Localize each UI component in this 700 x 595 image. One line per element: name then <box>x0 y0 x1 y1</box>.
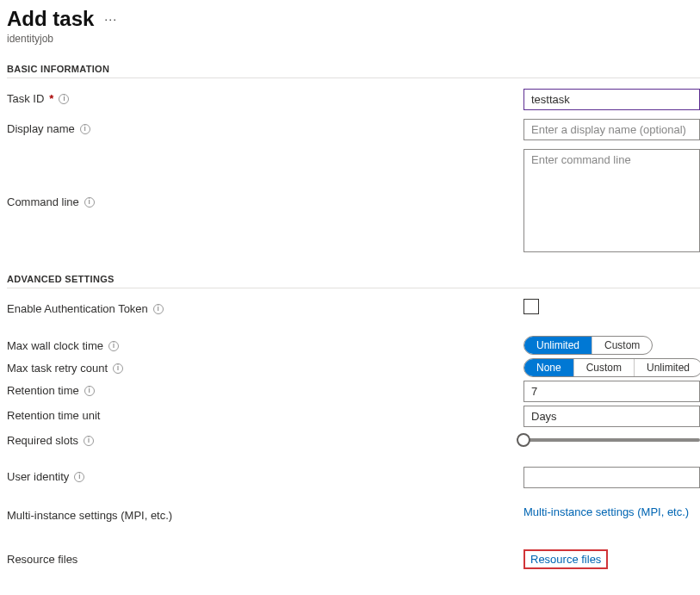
info-icon[interactable]: i <box>153 304 164 314</box>
info-icon[interactable]: i <box>59 94 69 104</box>
label-required-slots: Required slots <box>7 434 78 447</box>
label-resource-files: Resource files <box>7 553 77 566</box>
retry-none[interactable]: None <box>524 359 573 376</box>
page-title: Add task <box>7 7 94 31</box>
more-icon[interactable]: ··· <box>104 12 117 26</box>
display-name-input[interactable] <box>523 119 700 140</box>
retry-unlimited[interactable]: Unlimited <box>634 359 700 376</box>
user-identity-input[interactable] <box>523 467 700 488</box>
wall-clock-toggle: Unlimited Custom <box>523 336 653 355</box>
label-max-retry: Max task retry count <box>7 362 108 375</box>
resource-files-link[interactable]: Resource files <box>530 553 601 566</box>
info-icon[interactable]: i <box>84 197 95 208</box>
info-icon[interactable]: i <box>80 124 90 134</box>
task-id-input[interactable] <box>523 89 700 110</box>
resource-files-highlight: Resource files <box>523 549 608 569</box>
retention-unit-input[interactable] <box>523 406 700 427</box>
label-retention-time: Retention time <box>7 384 79 397</box>
label-enable-auth: Enable Authentication Token <box>7 302 148 315</box>
section-basic-header: BASIC INFORMATION <box>7 64 700 78</box>
page-header: Add task ··· identityjob <box>7 7 700 45</box>
retry-custom[interactable]: Custom <box>573 359 634 376</box>
retention-time-input[interactable] <box>523 381 700 402</box>
label-display-name: Display name <box>7 122 75 135</box>
label-multi-instance: Multi-instance settings (MPI, etc.) <box>7 509 172 522</box>
info-icon[interactable]: i <box>113 363 123 374</box>
label-task-id: Task ID <box>7 92 44 105</box>
enable-auth-checkbox[interactable] <box>523 299 539 314</box>
page-subtitle: identityjob <box>7 33 700 45</box>
info-icon[interactable]: i <box>74 472 84 482</box>
info-icon[interactable]: i <box>84 386 95 396</box>
slider-thumb[interactable] <box>517 433 530 447</box>
required-slots-slider[interactable] <box>523 431 700 449</box>
multi-instance-link[interactable]: Multi-instance settings (MPI, etc.) <box>523 505 689 518</box>
wall-clock-unlimited[interactable]: Unlimited <box>524 337 592 354</box>
label-user-identity: User identity <box>7 470 69 483</box>
required-indicator: * <box>49 92 53 105</box>
label-retention-unit: Retention time unit <box>7 409 100 422</box>
section-advanced-header: ADVANCED SETTINGS <box>7 274 700 288</box>
wall-clock-custom[interactable]: Custom <box>592 337 652 354</box>
info-icon[interactable]: i <box>108 341 119 351</box>
command-line-input[interactable] <box>523 149 700 252</box>
retry-toggle: None Custom Unlimited <box>523 358 700 377</box>
info-icon[interactable]: i <box>84 436 94 446</box>
label-command-line: Command line <box>7 195 79 208</box>
label-max-wall-clock: Max wall clock time <box>7 339 103 352</box>
